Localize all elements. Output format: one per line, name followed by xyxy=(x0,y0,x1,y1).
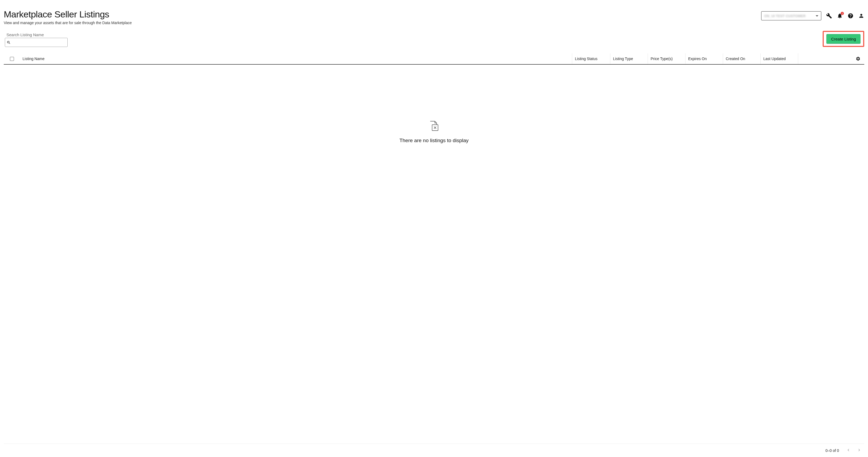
col-created-on[interactable]: Created On xyxy=(723,53,761,64)
person-icon[interactable] xyxy=(858,13,864,19)
search-field[interactable] xyxy=(5,38,68,47)
chevron-left-icon xyxy=(846,448,851,452)
search-input[interactable] xyxy=(11,40,66,45)
col-expires-on[interactable]: Expires On xyxy=(685,53,723,64)
col-listing-type[interactable]: Listing Type xyxy=(610,53,648,64)
next-page-button[interactable] xyxy=(857,448,862,453)
help-icon[interactable] xyxy=(847,13,854,19)
create-listing-button[interactable]: Create Listing xyxy=(827,34,861,44)
page-subtitle: View and manage your assets that are for… xyxy=(4,21,132,25)
empty-state-message: There are no listings to display xyxy=(399,138,469,143)
col-listing-name[interactable]: Listing Name xyxy=(19,53,572,64)
chevron-down-icon xyxy=(816,15,818,17)
col-price-types[interactable]: Price Type(s) xyxy=(648,53,685,64)
create-listing-highlight: Create Listing xyxy=(823,31,864,47)
chevron-right-icon xyxy=(857,448,862,452)
notification-badge: 1 xyxy=(841,12,844,15)
prev-page-button[interactable] xyxy=(846,448,851,453)
customer-dropdown-label: ON_UI TEST CUSTOMER xyxy=(764,14,805,18)
search-label: Search Listing Name xyxy=(6,32,68,37)
gear-icon xyxy=(856,56,861,61)
wrench-icon[interactable] xyxy=(826,13,832,19)
bell-icon[interactable]: 1 xyxy=(837,13,843,19)
table-header-row: Listing Name Listing Status Listing Type… xyxy=(4,53,864,65)
empty-file-icon xyxy=(429,121,439,131)
page-title: Marketplace Seller Listings xyxy=(4,9,132,20)
select-all-checkbox[interactable] xyxy=(10,57,14,61)
table-settings-button[interactable] xyxy=(852,53,864,64)
col-listing-status[interactable]: Listing Status xyxy=(572,53,610,64)
pagination-range: 0–0 of 0 xyxy=(825,449,839,453)
customer-dropdown[interactable]: ON_UI TEST CUSTOMER xyxy=(761,11,821,21)
search-icon xyxy=(7,40,11,44)
col-last-updated[interactable]: Last Updated xyxy=(761,53,798,64)
